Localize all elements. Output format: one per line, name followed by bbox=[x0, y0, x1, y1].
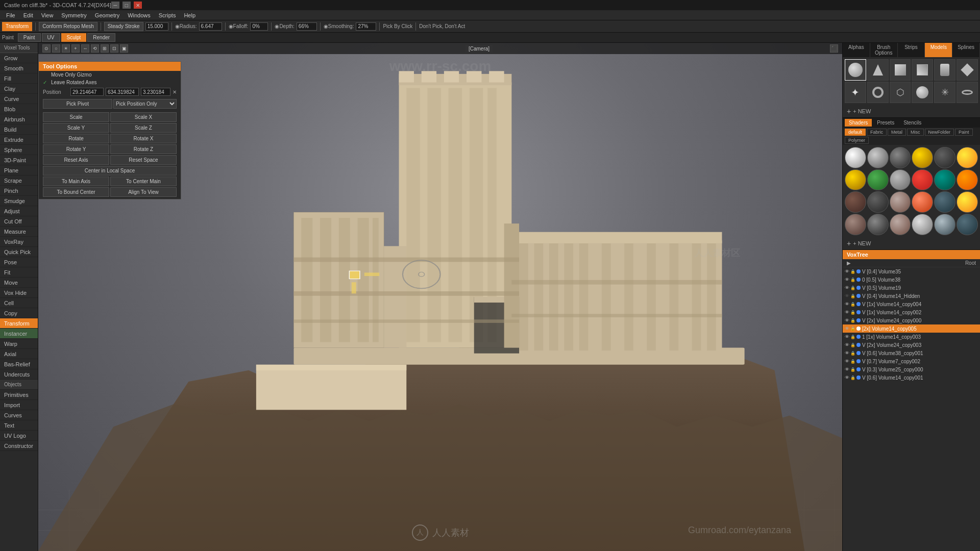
menu-file[interactable]: File bbox=[2, 11, 19, 19]
steady-value-input[interactable] bbox=[145, 22, 168, 31]
shader-item-3[interactable] bbox=[890, 147, 911, 168]
tool-quick-pick[interactable]: Quick Pick bbox=[0, 247, 38, 257]
tool-warp[interactable]: Warp bbox=[0, 339, 38, 349]
shader-subtab-fabric[interactable]: Fabric bbox=[867, 129, 887, 136]
viewport-icon-4[interactable]: + bbox=[71, 44, 80, 53]
tool-smudge[interactable]: Smudge bbox=[0, 196, 38, 206]
viewport-icon-9[interactable]: ▣ bbox=[120, 44, 128, 53]
tree-item-v19[interactable]: 👁 🔒 V [0.5] Volume19 bbox=[843, 284, 980, 292]
tree-item-v14h[interactable]: 👁 🔒 V [0.4] Volume14_Hidden bbox=[843, 292, 980, 300]
tool-extrude[interactable]: Extrude bbox=[0, 135, 38, 145]
minimize-button[interactable]: ─ bbox=[111, 2, 119, 9]
tree-item-v14c2[interactable]: 👁 🔒 V [1x] Volume14_copy002 bbox=[843, 308, 980, 316]
position-close-btn[interactable]: ✕ bbox=[173, 89, 177, 95]
transform-btn[interactable]: Transform bbox=[2, 22, 32, 31]
rotate-x-btn[interactable]: Rotate X bbox=[110, 134, 177, 143]
scale-btn[interactable]: Scale bbox=[43, 112, 109, 122]
tree-item-v7c002[interactable]: 👁 🔒 V [0.7] Volume7_copy002 bbox=[843, 357, 980, 365]
shader-item-21[interactable] bbox=[890, 214, 911, 235]
menu-geometry[interactable]: Geometry bbox=[91, 11, 124, 19]
shader-item-10[interactable] bbox=[912, 169, 933, 191]
brush-tab-alphas[interactable]: Alphas bbox=[843, 43, 870, 57]
menu-symmetry[interactable]: Symmetry bbox=[57, 11, 91, 19]
brush-tab-splines[interactable]: Splines bbox=[952, 43, 980, 57]
shader-subtab-newfolder[interactable]: NewFolder bbox=[925, 129, 954, 136]
brush-tab-models[interactable]: Models bbox=[925, 43, 952, 57]
to-center-main-btn[interactable]: To Center Main bbox=[110, 177, 177, 186]
brush-item-cube[interactable] bbox=[890, 59, 911, 81]
scale-x-btn[interactable]: Scale X bbox=[110, 112, 177, 122]
tab-uv[interactable]: UV bbox=[42, 33, 60, 42]
tree-item-v3c000[interactable]: 👁 🔒 V [0.3] Volume25_copy000 bbox=[843, 365, 980, 373]
brush-item-sphere2[interactable] bbox=[912, 82, 933, 103]
brush-item-diamond[interactable] bbox=[957, 59, 978, 81]
tree-item-v14c001[interactable]: 👁 🔒 V [0.6] Volume14_copy001 bbox=[843, 373, 980, 382]
tree-item-v14c4[interactable]: 👁 🔒 V [1x] Volume14_copy004 bbox=[843, 300, 980, 308]
maximize-button[interactable]: □ bbox=[122, 2, 131, 9]
shader-subtab-default[interactable]: default bbox=[845, 129, 866, 136]
falloff-input[interactable] bbox=[250, 22, 268, 31]
tool-undercuts[interactable]: Undercuts bbox=[0, 369, 38, 380]
tool-build[interactable]: Build bbox=[0, 124, 38, 135]
shader-item-9[interactable] bbox=[890, 169, 911, 191]
shader-item-6[interactable] bbox=[957, 147, 978, 168]
tool-airbrush[interactable]: Airbrush bbox=[0, 114, 38, 124]
viewport-icon-2[interactable]: ○ bbox=[52, 44, 60, 53]
shader-item-18[interactable] bbox=[957, 191, 978, 213]
new-brush-btn[interactable]: + + NEW bbox=[843, 105, 980, 117]
rotate-y-btn[interactable]: Rotate Y bbox=[43, 144, 109, 154]
shader-item-24[interactable] bbox=[957, 214, 978, 235]
brush-item-cone[interactable] bbox=[867, 59, 889, 81]
shader-item-2[interactable] bbox=[867, 147, 889, 168]
rotate-btn[interactable]: Rotate bbox=[43, 134, 109, 143]
viewport-icon-3[interactable]: ☀ bbox=[62, 44, 70, 53]
align-to-view-btn[interactable]: Align To View bbox=[110, 187, 177, 197]
tree-item-v38c001[interactable]: 👁 🔒 V [0.6] Volume38_copy001 bbox=[843, 349, 980, 357]
shader-item-20[interactable] bbox=[867, 214, 889, 235]
to-bound-center-btn[interactable]: To Bound Center bbox=[43, 187, 109, 197]
tool-cell[interactable]: Cell bbox=[0, 298, 38, 308]
brush-item-box[interactable] bbox=[912, 59, 933, 81]
menu-help[interactable]: Help bbox=[180, 11, 200, 19]
new-shader-btn[interactable]: + + NEW bbox=[843, 237, 980, 249]
smoothing-input[interactable] bbox=[356, 22, 376, 31]
shader-item-11[interactable] bbox=[934, 169, 955, 191]
shader-item-14[interactable] bbox=[867, 191, 889, 213]
brush-item-ring[interactable] bbox=[867, 82, 889, 103]
menu-scripts[interactable]: Scripts bbox=[155, 11, 180, 19]
tool-pinch[interactable]: Pinch bbox=[0, 186, 38, 196]
menu-windows[interactable]: Windows bbox=[124, 11, 155, 19]
tool-move[interactable]: Move bbox=[0, 278, 38, 288]
shader-item-17[interactable] bbox=[934, 191, 955, 213]
rotate-z-btn[interactable]: Rotate Z bbox=[110, 144, 177, 154]
tool-axial[interactable]: Axial bbox=[0, 349, 38, 359]
shader-item-4[interactable] bbox=[912, 147, 933, 168]
tool-pose[interactable]: Pose bbox=[0, 257, 38, 267]
shader-item-23[interactable] bbox=[934, 214, 955, 235]
position-x-input[interactable] bbox=[70, 88, 104, 96]
depth-input[interactable] bbox=[297, 22, 317, 31]
position-y-input[interactable] bbox=[106, 88, 139, 96]
tree-item-v24c005[interactable]: 👁 🔒 [2x] Volume14_copy005 bbox=[843, 324, 980, 333]
scale-y-btn[interactable]: Scale Y bbox=[43, 123, 109, 133]
brush-item-star[interactable]: ✦ bbox=[845, 82, 866, 103]
tool-instancer[interactable]: Instancer bbox=[0, 329, 38, 339]
pick-position-select[interactable]: Pick Position Only bbox=[113, 99, 177, 109]
shader-subtab-polymer[interactable]: Polymer bbox=[845, 137, 869, 144]
tool-curve[interactable]: Curve bbox=[0, 94, 38, 104]
tool-clay[interactable]: Clay bbox=[0, 84, 38, 94]
tool-import[interactable]: Import bbox=[0, 400, 38, 410]
scale-z-btn[interactable]: Scale Z bbox=[110, 123, 177, 133]
tool-measure[interactable]: Measure bbox=[0, 227, 38, 237]
shader-subtab-misc[interactable]: Misc bbox=[907, 129, 924, 136]
tool-transform[interactable]: Transform bbox=[0, 318, 38, 329]
tool-blob[interactable]: Blob bbox=[0, 104, 38, 114]
shader-subtab-paint[interactable]: Paint bbox=[955, 129, 973, 136]
pick-pivot-btn[interactable]: Pick Pivot bbox=[43, 99, 112, 109]
menu-edit[interactable]: Edit bbox=[19, 11, 37, 19]
tool-cut-off[interactable]: Cut Off bbox=[0, 216, 38, 227]
shader-item-22[interactable] bbox=[912, 214, 933, 235]
reset-space-btn[interactable]: Reset Space bbox=[110, 155, 177, 165]
tree-item-v38[interactable]: 👁 🔒 0 [0.5] Volume38 bbox=[843, 276, 980, 284]
brush-item-sphere[interactable] bbox=[845, 59, 866, 81]
